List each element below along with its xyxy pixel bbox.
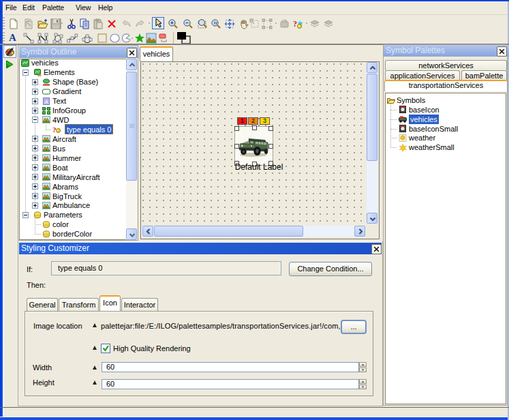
svg-text:?: ? <box>293 19 297 29</box>
